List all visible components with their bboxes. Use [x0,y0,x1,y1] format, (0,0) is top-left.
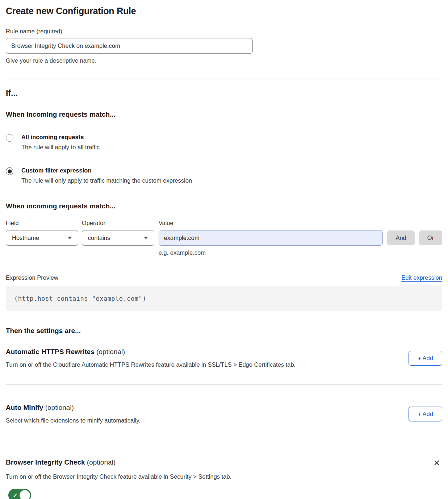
option-label: All incoming requests [21,134,100,141]
setting-title: Auto Minify [6,404,43,411]
setting-description: Select which file extensions to minify a… [6,417,141,424]
setting-main: Automatic HTTPS Rewrites (optional) Turn… [6,348,296,368]
rule-name-helper: Give your rule a descriptive name. [6,57,442,64]
expression-preview-label: Expression Preview [6,274,58,281]
setting-main: Auto Minify (optional) Select which file… [6,404,141,424]
option-text: All incoming requests The rule will appl… [21,134,100,151]
setting-optional-tag: (optional) [45,404,74,411]
operator-column: Operator contains [82,220,154,246]
value-helper: e.g. example.com [159,249,383,256]
or-button[interactable]: Or [419,230,442,245]
radio-unselected-icon[interactable] [6,134,13,142]
chevron-down-icon [68,237,72,239]
setting-auto-minify: Auto Minify (optional) Select which file… [6,404,442,424]
expression-preview-code: (http.host contains "example.com") [6,286,442,311]
check-icon: ✓ [13,491,18,499]
then-settings-heading: Then the settings are... [6,327,442,335]
option-text: Custom filter expression The rule will o… [21,167,192,184]
add-automatic-https-rewrites-button[interactable]: + Add [409,351,442,366]
operator-label: Operator [82,220,154,226]
rule-name-label: Rule name (required) [6,28,442,35]
edit-expression-link[interactable]: Edit expression [401,274,442,281]
option-label: Custom filter expression [21,167,192,174]
page-title: Create new Configuration Rule [6,6,442,16]
setting-title-row: Automatic HTTPS Rewrites (optional) [6,348,296,356]
expression-builder-row: Field Hostname Operator contains Value e… [6,220,442,256]
expression-preview-header: Expression Preview Edit expression [6,274,442,281]
section-divider [6,384,442,385]
setting-title-row: Browser Integrity Check (optional) ✕ [6,458,442,468]
when-requests-match-heading: When incoming requests match... [6,111,442,118]
when-requests-match-builder-heading: When incoming requests match... [6,202,442,210]
operator-select-value: contains [88,234,110,241]
setting-title: Automatic HTTPS Rewrites [6,348,95,355]
field-select[interactable]: Hostname [6,230,78,246]
setting-title-text: Browser Integrity Check (optional) [6,458,116,466]
option-custom-filter-expression[interactable]: Custom filter expression The rule will o… [6,167,442,184]
rule-name-group: Rule name (required) Give your rule a de… [6,28,442,64]
value-input[interactable] [159,230,383,246]
option-description: The rule will apply to all traffic [21,144,100,151]
value-column: Value e.g. example.com [159,220,383,256]
setting-description: Turn on or off the Cloudflare Automatic … [6,361,296,368]
chevron-down-icon [144,237,148,239]
match-options: All incoming requests The rule will appl… [6,134,442,184]
setting-optional-tag: (optional) [96,348,125,355]
and-button[interactable]: And [387,230,415,245]
close-icon[interactable]: ✕ [431,458,442,468]
browser-integrity-check-toggle[interactable]: ✓ [8,489,31,499]
setting-automatic-https-rewrites: Automatic HTTPS Rewrites (optional) Turn… [6,348,442,368]
setting-title: Browser Integrity Check [6,458,85,466]
field-select-value: Hostname [12,234,39,241]
section-divider [6,440,442,440]
toggle-knob [20,490,30,499]
operator-select[interactable]: contains [82,230,154,246]
if-heading: If... [6,88,442,98]
rule-name-input[interactable] [6,38,253,54]
setting-main: Browser Integrity Check (optional) ✕ Tur… [6,458,442,499]
radio-selected-icon[interactable] [6,167,13,175]
create-configuration-rule-page: Create new Configuration Rule Rule name … [0,0,448,499]
setting-description: Turn on or off the Browser Integrity Che… [6,473,442,480]
setting-optional-tag: (optional) [87,458,116,466]
setting-title-row: Auto Minify (optional) [6,404,141,412]
add-auto-minify-button[interactable]: + Add [409,407,442,421]
section-divider [6,79,442,79]
option-description: The rule will only apply to traffic matc… [21,177,192,184]
setting-browser-integrity-check: Browser Integrity Check (optional) ✕ Tur… [6,458,442,499]
value-label: Value [159,220,383,226]
field-label: Field [6,220,78,226]
option-all-incoming-requests[interactable]: All incoming requests The rule will appl… [6,134,442,151]
field-column: Field Hostname [6,220,78,246]
